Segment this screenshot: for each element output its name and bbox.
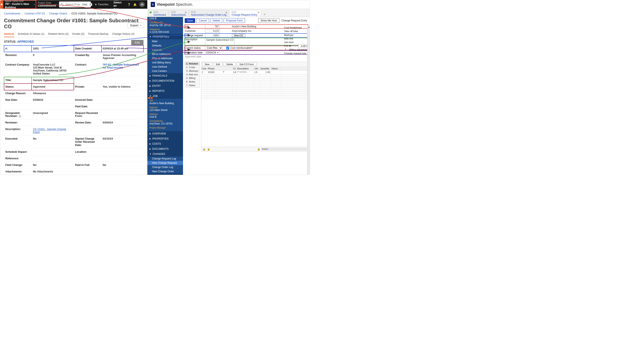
field-datecreated-value: 03/04/24 at 10:49 am <box>102 46 144 52</box>
list-item[interactable]: 7. Dates <box>185 84 200 87</box>
side-job[interactable]: ▼JOB <box>147 94 183 99</box>
contract-link[interactable]: 797-01 - Sample Subcontract for AnyConcr… <box>103 63 139 69</box>
cancel-button[interactable]: Cancel <box>196 18 209 23</box>
side-item[interactable]: Change Request Log <box>147 156 183 161</box>
breadcrumb: Change Request Entry <box>281 19 308 22</box>
favorites-link[interactable]: ★ Favorites <box>93 0 111 9</box>
status-select[interactable]: Cost Rev. <box>205 46 222 50</box>
subco-button[interactable]: Sub CO Form <box>237 62 257 66</box>
crumb-commitments[interactable]: Commitments <box>4 12 20 15</box>
close-icon[interactable]: ✕ <box>225 11 227 14</box>
list-item[interactable]: 4. Add-ons <box>185 73 200 76</box>
reimbursable-checkbox[interactable] <box>226 47 229 50</box>
tab-emails[interactable]: Emails (0) <box>72 31 84 37</box>
delete-button[interactable]: Delete <box>210 18 222 23</box>
lock-icon: 🔒 <box>203 148 206 150</box>
side-item[interactable]: Unit Billing Items <box>147 60 183 65</box>
close-icon[interactable]: ✕ <box>257 11 260 14</box>
field-datecreated-label: Date Created: <box>74 46 102 52</box>
list-item[interactable]: 2. Costs <box>185 66 200 69</box>
search-input-wrap[interactable]: 🔍 Cmd K <box>59 2 91 8</box>
side-item[interactable]: Main <box>147 39 183 44</box>
edit-button[interactable]: Edit <box>213 62 223 66</box>
alert-icon: ❗ <box>284 48 287 52</box>
side-costs[interactable]: ▶COSTS <box>147 141 183 146</box>
side-item[interactable]: New Change Order <box>147 169 183 174</box>
side-reports[interactable]: ▶REPORTS <box>147 88 183 94</box>
field-status-value: Approved <box>32 84 74 90</box>
tab-history[interactable]: Change History (4) <box>112 31 134 37</box>
tab-dashboard[interactable]: CCD Dashboard <box>148 10 168 17</box>
save-button[interactable]: Save <box>185 18 195 23</box>
side-overview[interactable]: ▶OVERVIEW <box>147 131 183 136</box>
list-item[interactable]: 5. Billing <box>185 76 200 80</box>
side-documents[interactable]: ▶DOCUMENTS <box>147 146 183 152</box>
cr-input[interactable]: 1001 <box>205 34 220 37</box>
close-icon[interactable]: ✕ <box>185 11 187 14</box>
side-changes[interactable]: ▼CHANGES <box>147 152 183 156</box>
field-number-label: #: <box>4 46 32 52</box>
side-item[interactable]: Ship-to Addresses <box>147 56 183 60</box>
side-item[interactable]: Contacts <box>147 48 183 52</box>
crumb-current: CCO #1001: Sample Subcontract CO <box>71 12 117 15</box>
crumb-changeorders[interactable]: Change Orders <box>49 12 67 15</box>
search-input[interactable] <box>65 3 80 6</box>
side-item[interactable]: Defaults <box>147 44 183 48</box>
export-button[interactable]: Export▾ <box>128 23 144 28</box>
side-properties[interactable]: ▼PROPERTIES <box>147 34 183 39</box>
tab-sco-log[interactable]: CCD Subcontract Change Order Log ✕ <box>189 10 229 17</box>
side-properties2[interactable]: ▶PROPERTIES <box>147 136 183 141</box>
showme-button[interactable]: Show Me How <box>258 18 279 23</box>
side-item[interactable]: User-Defined <box>147 65 183 69</box>
tab-cr-entry[interactable]: CCD Change Request Entry ✕ <box>229 10 261 17</box>
side-item[interactable]: New Change Request <box>147 161 183 165</box>
side-item[interactable]: Change Order Log <box>147 165 183 169</box>
home-icon[interactable] <box>0 0 3 9</box>
table-row[interactable]: 110100▼LA▼ General …LS1.00 <box>201 70 308 74</box>
job-input[interactable]: 797 <box>205 24 220 28</box>
avatar[interactable]: JA <box>139 2 145 7</box>
edit-button[interactable]: Edit <box>131 40 144 45</box>
side-item[interactable]: Cost Centers <box>147 69 183 73</box>
form-approved-date: Approved date <box>185 55 308 58</box>
tab-sov[interactable]: Schedule of Values (1) <box>18 31 45 37</box>
help-icon[interactable]: ? <box>19 115 21 118</box>
apps-selector[interactable]: Apps Select an App <box>111 0 125 9</box>
horizontal-scrollbar[interactable] <box>261 148 306 150</box>
delete-button[interactable]: Delete <box>224 62 236 66</box>
vertical-scrollbar[interactable]: ◀ <box>307 26 310 175</box>
proposal-button[interactable]: Proposal Form <box>224 18 245 23</box>
desc-input[interactable]: Sample Subcontract CO <box>205 38 235 45</box>
fee-input[interactable] <box>298 44 308 48</box>
side-item[interactable]: Bill-to Addresses <box>147 52 183 56</box>
tab-markup[interactable]: Financial Markup <box>88 31 108 37</box>
new-co-button[interactable]: New CO <box>232 34 245 37</box>
side-entry[interactable]: ▶ENTRY <box>147 83 183 88</box>
tool-selector[interactable]: Project Tools Commitments ▾ <box>36 0 57 9</box>
field-title-label: Title: <box>4 77 32 84</box>
tab-subcontracts[interactable]: CCD Subcontracts ✕ <box>169 10 188 17</box>
list-item[interactable]: 6. Notes <box>185 80 200 84</box>
project-selector[interactable]: Agave Demo ERP 797 - Austin's New Buildi… <box>3 0 36 9</box>
add-tab-button[interactable]: ＋ <box>261 12 267 17</box>
crumb-contract[interactable]: Contract #797-01 <box>25 12 45 15</box>
side-billing[interactable]: ▶BILLING <box>147 174 183 175</box>
bell-icon[interactable]: 🔔 <box>133 3 137 6</box>
change-event-link[interactable]: CE #1001 - Sample Change Event <box>33 128 66 134</box>
list-item[interactable]: 3. Markups <box>185 69 200 73</box>
new-button[interactable]: New <box>202 62 212 66</box>
list-item[interactable]: 1. Related <box>185 62 200 66</box>
side-financials[interactable]: ▶FINANCIALS <box>147 73 183 78</box>
help-icon[interactable]: ❔ <box>127 3 131 6</box>
origination-date-input[interactable]: 03/04/24▼ <box>205 51 220 54</box>
customer-input[interactable]: A123 <box>205 29 220 33</box>
side-documentation[interactable]: ▶DOCUMENTATION <box>147 78 183 83</box>
tab-general[interactable]: General <box>4 31 14 37</box>
tab-related[interactable]: Related Items (0) <box>48 31 69 37</box>
collapse-icon[interactable]: ◀◀ <box>147 96 152 100</box>
spectrum-logo-bar: V Viewpoint Spectrum. <box>147 0 310 9</box>
chevron-down-icon: ▾ <box>55 4 56 6</box>
collapse-icon[interactable]: ◀ <box>308 26 309 28</box>
page-title: Commitment Change Order #1001: Sample Su… <box>4 18 144 30</box>
table-row[interactable] <box>201 98 308 100</box>
